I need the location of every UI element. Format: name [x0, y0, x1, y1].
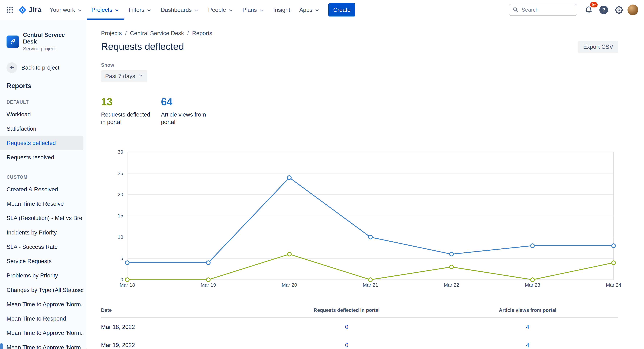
sidebar-item-mean-time-approve-3[interactable]: Mean Time to Approve 'Norm...: [0, 340, 84, 349]
search-icon: [512, 7, 518, 12]
sidebar-item-problems-by-priority[interactable]: Problems by Priority: [0, 268, 84, 283]
jira-logo[interactable]: Jira: [16, 5, 45, 14]
stat-requests-deflected: 13 Requests deflected in portal: [101, 96, 152, 126]
stat-label: Requests deflected in portal: [101, 111, 152, 126]
search-input[interactable]: [509, 4, 577, 16]
jira-logo-text: Jira: [29, 6, 42, 14]
stat-label: Article views from portal: [161, 111, 212, 126]
sidebar-item-mean-time-to-respond[interactable]: Mean Time to Respond: [0, 312, 84, 326]
gear-icon: [615, 6, 623, 14]
chevron-down-icon: [114, 7, 120, 13]
jira-logo-icon: [18, 5, 27, 14]
views-count-link[interactable]: 4: [526, 342, 529, 348]
requests-deflected-line-chart: 051015202530Mar 18Mar 19Mar 20Mar 21Mar …: [101, 150, 618, 291]
svg-text:Mar 24: Mar 24: [606, 282, 621, 288]
sidebar-item-mean-time-to-resolve[interactable]: Mean Time to Resolve: [0, 197, 84, 211]
nav-your-work[interactable]: Your work: [45, 0, 87, 20]
project-type: Service project: [23, 46, 80, 52]
help-icon: ?: [600, 5, 608, 14]
export-csv-button[interactable]: Export CSV: [578, 41, 618, 53]
scrollbar-thumb[interactable]: [0, 343, 3, 349]
svg-text:25: 25: [118, 171, 123, 176]
row-date: Mar 18, 2022: [101, 318, 256, 336]
back-arrow-icon: [6, 62, 17, 73]
sidebar-item-changes-by-type[interactable]: Changes by Type (All Statuses): [0, 283, 84, 297]
svg-text:10: 10: [118, 234, 123, 240]
project-name: Central Service Desk: [23, 31, 80, 45]
project-avatar: [6, 35, 19, 48]
breadcrumb-project-name[interactable]: Central Service Desk: [130, 30, 184, 37]
breadcrumb-separator: /: [187, 30, 189, 37]
period-select[interactable]: Past 7 days: [101, 70, 148, 82]
deflected-count-link[interactable]: 0: [345, 324, 348, 330]
notifications-badge: 9+: [590, 2, 598, 7]
column-header-views: Article views from portal: [437, 307, 618, 318]
project-header: Central Service Desk Service project: [0, 31, 87, 52]
column-header-date: Date: [101, 307, 256, 318]
nav-apps[interactable]: Apps: [294, 0, 324, 20]
sidebar-item-requests-resolved[interactable]: Requests resolved: [0, 150, 84, 165]
navbar-right-group: 9+ ?: [509, 0, 638, 20]
breadcrumb-separator: /: [125, 30, 127, 37]
nav-projects[interactable]: Projects: [87, 0, 124, 20]
sidebar-item-sla-resolution[interactable]: SLA (Resolution) - Met vs Bre...: [0, 211, 84, 225]
svg-text:Mar 22: Mar 22: [444, 282, 459, 288]
app-switcher-button[interactable]: [3, 3, 16, 16]
column-header-deflected: Requests deflected in portal: [256, 307, 437, 318]
user-avatar[interactable]: [628, 4, 638, 15]
svg-text:Mar 21: Mar 21: [363, 282, 378, 288]
primary-nav: Your work Projects Filters Dashboards Pe…: [45, 0, 324, 20]
sidebar-heading-reports: Reports: [0, 82, 87, 90]
sidebar-item-incidents-by-priority[interactable]: Incidents by Priority: [0, 225, 84, 240]
views-count-link[interactable]: 4: [526, 324, 529, 330]
row-date: Mar 19, 2022: [101, 336, 256, 349]
chevron-down-icon: [77, 7, 82, 13]
sidebar-group-custom-items: Created & Resolved Mean Time to Resolve …: [0, 182, 87, 349]
sidebar-item-service-requests[interactable]: Service Requests: [0, 254, 84, 268]
report-table: Date Requests deflected in portal Articl…: [101, 307, 618, 349]
rocket-icon: [9, 38, 16, 45]
svg-text:5: 5: [120, 256, 123, 261]
deflected-count-link[interactable]: 0: [345, 342, 348, 348]
svg-text:20: 20: [118, 192, 123, 197]
sidebar-item-mean-time-approve-1[interactable]: Mean Time to Approve 'Norm...: [0, 297, 84, 312]
sidebar-group-default-items: Workload Satisfaction Requests deflected…: [0, 107, 87, 165]
chart-container: 051015202530Mar 18Mar 19Mar 20Mar 21Mar …: [101, 150, 618, 291]
sidebar-item-requests-deflected[interactable]: Requests deflected: [0, 136, 84, 150]
chevron-down-icon: [314, 7, 320, 13]
nav-insight[interactable]: Insight: [269, 0, 294, 20]
create-button[interactable]: Create: [328, 3, 356, 16]
notifications-button[interactable]: 9+: [582, 3, 595, 16]
svg-text:30: 30: [118, 149, 123, 155]
chevron-down-icon: [259, 7, 264, 13]
summary-stats: 13 Requests deflected in portal 64 Artic…: [101, 96, 618, 126]
breadcrumb-reports[interactable]: Reports: [192, 30, 212, 37]
nav-people[interactable]: People: [204, 0, 238, 20]
sidebar-item-mean-time-approve-2[interactable]: Mean Time to Approve 'Norm...: [0, 326, 84, 340]
chevron-down-icon: [146, 7, 152, 13]
svg-text:Mar 23: Mar 23: [525, 282, 540, 288]
chevron-down-icon: [194, 7, 199, 13]
breadcrumb-projects[interactable]: Projects: [101, 30, 122, 37]
back-to-project-button[interactable]: Back to project: [0, 62, 66, 73]
stat-value: 64: [161, 96, 212, 108]
nav-filters[interactable]: Filters: [124, 0, 156, 20]
nav-dashboards[interactable]: Dashboards: [156, 0, 204, 20]
sidebar-item-workload[interactable]: Workload: [0, 107, 84, 121]
table-row: Mar 18, 2022 0 4: [101, 318, 618, 336]
sidebar-group-default: DEFAULT: [0, 99, 87, 105]
chevron-down-icon: [138, 73, 143, 79]
stat-value: 13: [101, 96, 152, 108]
sidebar-item-created-resolved[interactable]: Created & Resolved: [0, 182, 84, 197]
help-button[interactable]: ?: [597, 3, 610, 16]
settings-button[interactable]: [612, 3, 626, 16]
page-title: Requests deflected: [101, 41, 184, 52]
report-content: Projects / Central Service Desk / Report…: [87, 20, 644, 349]
project-sidebar: Central Service Desk Service project Bac…: [0, 20, 87, 349]
svg-text:Mar 19: Mar 19: [201, 282, 216, 288]
app-switcher-icon: [6, 6, 14, 13]
sidebar-item-sla-success-rate[interactable]: SLA - Success Rate: [0, 240, 84, 254]
sidebar-item-satisfaction[interactable]: Satisfaction: [0, 122, 84, 136]
svg-text:15: 15: [118, 213, 123, 219]
nav-plans[interactable]: Plans: [238, 0, 269, 20]
